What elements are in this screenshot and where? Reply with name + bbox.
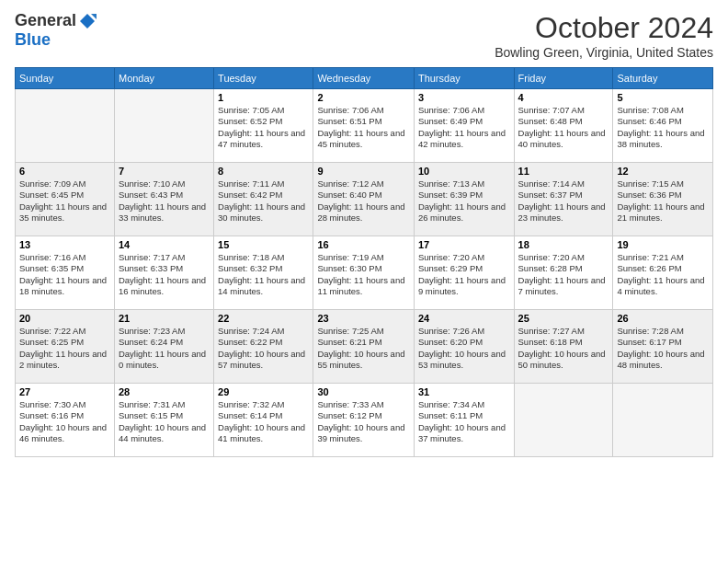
calendar-cell: 22Sunrise: 7:24 AM Sunset: 6:22 PM Dayli… [214, 310, 313, 384]
calendar-cell: 2Sunrise: 7:06 AM Sunset: 6:51 PM Daylig… [313, 89, 415, 163]
logo-general-text: General [15, 11, 76, 30]
calendar-cell: 10Sunrise: 7:13 AM Sunset: 6:39 PM Dayli… [414, 163, 514, 236]
col-wednesday: Wednesday [313, 68, 415, 89]
calendar-cell: 12Sunrise: 7:15 AM Sunset: 6:36 PM Dayli… [613, 163, 713, 236]
day-number: 9 [317, 166, 410, 177]
day-info: Sunrise: 7:27 AM Sunset: 6:18 PM Dayligh… [518, 326, 609, 371]
day-number: 21 [119, 313, 210, 324]
calendar-cell: 31Sunrise: 7:34 AM Sunset: 6:11 PM Dayli… [414, 384, 514, 457]
day-info: Sunrise: 7:11 AM Sunset: 6:42 PM Dayligh… [218, 178, 309, 224]
day-number: 6 [19, 166, 110, 177]
day-info: Sunrise: 7:19 AM Sunset: 6:30 PM Dayligh… [317, 252, 410, 297]
day-info: Sunrise: 7:31 AM Sunset: 6:15 PM Dayligh… [119, 399, 210, 444]
page: General Blue October 2024 Bowling Green,… [0, 0, 728, 563]
calendar-cell: 11Sunrise: 7:14 AM Sunset: 6:37 PM Dayli… [514, 163, 613, 236]
calendar-cell: 27Sunrise: 7:30 AM Sunset: 6:16 PM Dayli… [16, 384, 115, 457]
calendar-cell: 30Sunrise: 7:33 AM Sunset: 6:12 PM Dayli… [313, 384, 415, 457]
calendar-table: Sunday Monday Tuesday Wednesday Thursday… [15, 67, 713, 457]
day-info: Sunrise: 7:34 AM Sunset: 6:11 PM Dayligh… [418, 399, 510, 444]
calendar-cell [514, 384, 613, 457]
day-info: Sunrise: 7:33 AM Sunset: 6:12 PM Dayligh… [317, 399, 410, 444]
day-number: 28 [119, 386, 210, 397]
day-info: Sunrise: 7:10 AM Sunset: 6:43 PM Dayligh… [119, 178, 210, 224]
calendar-cell: 21Sunrise: 7:23 AM Sunset: 6:24 PM Dayli… [114, 310, 213, 384]
day-number: 26 [617, 313, 709, 324]
logo-blue-text: Blue [15, 30, 51, 50]
day-number: 14 [119, 239, 210, 250]
day-info: Sunrise: 7:28 AM Sunset: 6:17 PM Dayligh… [617, 326, 709, 371]
day-info: Sunrise: 7:08 AM Sunset: 6:46 PM Dayligh… [617, 105, 709, 150]
day-info: Sunrise: 7:21 AM Sunset: 6:26 PM Dayligh… [617, 252, 709, 297]
calendar-cell: 9Sunrise: 7:12 AM Sunset: 6:40 PM Daylig… [313, 163, 415, 236]
calendar-cell: 24Sunrise: 7:26 AM Sunset: 6:20 PM Dayli… [414, 310, 514, 384]
day-number: 3 [418, 92, 510, 103]
calendar-cell: 28Sunrise: 7:31 AM Sunset: 6:15 PM Dayli… [114, 384, 213, 457]
calendar-cell: 16Sunrise: 7:19 AM Sunset: 6:30 PM Dayli… [313, 236, 415, 310]
day-info: Sunrise: 7:15 AM Sunset: 6:36 PM Dayligh… [617, 178, 709, 224]
calendar-cell: 6Sunrise: 7:09 AM Sunset: 6:45 PM Daylig… [16, 163, 115, 236]
day-info: Sunrise: 7:24 AM Sunset: 6:22 PM Dayligh… [218, 326, 309, 371]
day-info: Sunrise: 7:25 AM Sunset: 6:21 PM Dayligh… [317, 326, 410, 371]
day-info: Sunrise: 7:23 AM Sunset: 6:24 PM Dayligh… [119, 326, 210, 371]
month-title: October 2024 [495, 11, 713, 45]
day-info: Sunrise: 7:20 AM Sunset: 6:29 PM Dayligh… [418, 252, 510, 297]
calendar-week-row: 1Sunrise: 7:05 AM Sunset: 6:52 PM Daylig… [16, 89, 713, 163]
location: Bowling Green, Virginia, United States [495, 45, 713, 60]
day-number: 7 [119, 166, 210, 177]
day-number: 4 [518, 92, 609, 103]
title-section: October 2024 Bowling Green, Virginia, Un… [495, 11, 713, 60]
col-thursday: Thursday [414, 68, 514, 89]
day-number: 22 [218, 313, 309, 324]
day-number: 31 [418, 386, 510, 397]
day-number: 23 [317, 313, 410, 324]
day-number: 16 [317, 239, 410, 250]
col-saturday: Saturday [613, 68, 713, 89]
day-number: 24 [418, 313, 510, 324]
calendar-week-row: 20Sunrise: 7:22 AM Sunset: 6:25 PM Dayli… [16, 310, 713, 384]
day-number: 2 [317, 92, 410, 103]
calendar-cell: 29Sunrise: 7:32 AM Sunset: 6:14 PM Dayli… [214, 384, 313, 457]
calendar-cell: 17Sunrise: 7:20 AM Sunset: 6:29 PM Dayli… [414, 236, 514, 310]
day-number: 18 [518, 239, 609, 250]
day-number: 13 [19, 239, 110, 250]
day-info: Sunrise: 7:14 AM Sunset: 6:37 PM Dayligh… [518, 178, 609, 224]
calendar-cell: 8Sunrise: 7:11 AM Sunset: 6:42 PM Daylig… [214, 163, 313, 236]
calendar-week-row: 27Sunrise: 7:30 AM Sunset: 6:16 PM Dayli… [16, 384, 713, 457]
day-number: 10 [418, 166, 510, 177]
day-number: 25 [518, 313, 609, 324]
day-number: 15 [218, 239, 309, 250]
calendar-cell: 26Sunrise: 7:28 AM Sunset: 6:17 PM Dayli… [613, 310, 713, 384]
calendar-cell: 20Sunrise: 7:22 AM Sunset: 6:25 PM Dayli… [16, 310, 115, 384]
day-info: Sunrise: 7:05 AM Sunset: 6:52 PM Dayligh… [218, 105, 309, 150]
day-info: Sunrise: 7:30 AM Sunset: 6:16 PM Dayligh… [19, 399, 110, 444]
day-info: Sunrise: 7:22 AM Sunset: 6:25 PM Dayligh… [19, 326, 110, 371]
logo-icon [78, 12, 97, 30]
day-number: 11 [518, 166, 609, 177]
day-number: 20 [19, 313, 110, 324]
col-monday: Monday [114, 68, 213, 89]
calendar-cell: 4Sunrise: 7:07 AM Sunset: 6:48 PM Daylig… [514, 89, 613, 163]
calendar-cell: 1Sunrise: 7:05 AM Sunset: 6:52 PM Daylig… [214, 89, 313, 163]
day-number: 1 [218, 92, 309, 103]
col-friday: Friday [514, 68, 613, 89]
day-info: Sunrise: 7:16 AM Sunset: 6:35 PM Dayligh… [19, 252, 110, 297]
logo: General Blue [15, 11, 97, 50]
day-info: Sunrise: 7:06 AM Sunset: 6:49 PM Dayligh… [418, 105, 510, 150]
day-number: 29 [218, 386, 309, 397]
svg-marker-0 [80, 14, 95, 29]
day-info: Sunrise: 7:06 AM Sunset: 6:51 PM Dayligh… [317, 105, 410, 150]
calendar-cell: 5Sunrise: 7:08 AM Sunset: 6:46 PM Daylig… [613, 89, 713, 163]
day-number: 12 [617, 166, 709, 177]
calendar-cell [114, 89, 213, 163]
day-number: 27 [19, 386, 110, 397]
calendar-header-row: Sunday Monday Tuesday Wednesday Thursday… [16, 68, 713, 89]
day-info: Sunrise: 7:07 AM Sunset: 6:48 PM Dayligh… [518, 105, 609, 150]
calendar-cell: 3Sunrise: 7:06 AM Sunset: 6:49 PM Daylig… [414, 89, 514, 163]
calendar-cell: 15Sunrise: 7:18 AM Sunset: 6:32 PM Dayli… [214, 236, 313, 310]
calendar-cell: 25Sunrise: 7:27 AM Sunset: 6:18 PM Dayli… [514, 310, 613, 384]
calendar-cell: 18Sunrise: 7:20 AM Sunset: 6:28 PM Dayli… [514, 236, 613, 310]
calendar-cell: 7Sunrise: 7:10 AM Sunset: 6:43 PM Daylig… [114, 163, 213, 236]
calendar-cell [613, 384, 713, 457]
calendar-cell: 23Sunrise: 7:25 AM Sunset: 6:21 PM Dayli… [313, 310, 415, 384]
header: General Blue October 2024 Bowling Green,… [15, 11, 713, 60]
